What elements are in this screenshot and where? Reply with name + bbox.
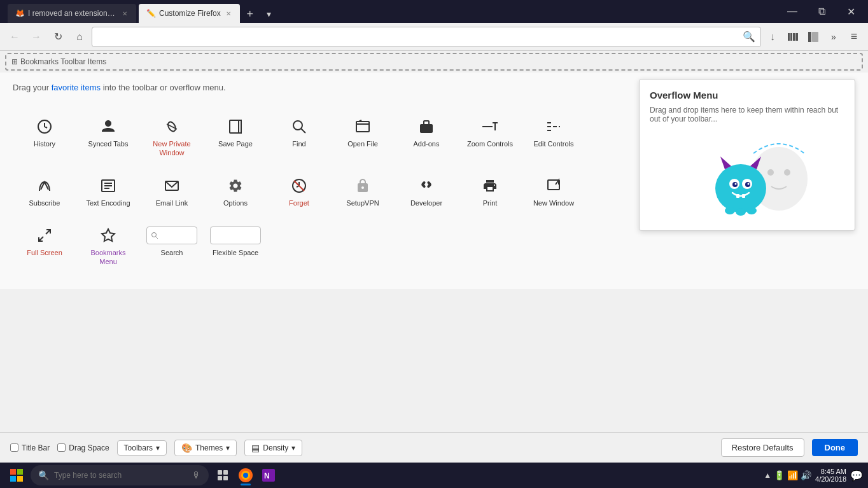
- tab-removed-ext[interactable]: 🦊 I removed an extension from m ✕: [8, 4, 136, 23]
- download-button[interactable]: ↓: [764, 27, 781, 46]
- text-encoding-label: Text Encoding: [86, 199, 130, 207]
- toolbar-item-synced-tabs[interactable]: Synced Tabs: [76, 111, 140, 164]
- tab-favicon-customize: ✏️: [146, 9, 155, 18]
- taskbar-network-icon: 📶: [787, 470, 798, 480]
- bottom-bar: Title Bar Drag Space Toolbars ▾ 🎨 Themes…: [0, 432, 868, 463]
- title-bar-checkbox[interactable]: [10, 443, 18, 452]
- taskbar-clock[interactable]: 8:45 AM 4/20/2018: [815, 468, 846, 483]
- subscribe-icon: [37, 177, 52, 195]
- url-search-icon[interactable]: 🔍: [743, 31, 755, 43]
- toolbar-item-open-file[interactable]: Open File: [331, 111, 395, 164]
- email-link-label: Email Link: [156, 199, 188, 207]
- done-button[interactable]: Done: [812, 439, 858, 456]
- taskbar-up-arrow-icon[interactable]: ▲: [764, 471, 771, 480]
- tab-favicon-removed-ext: 🦊: [15, 9, 24, 18]
- developer-icon: [419, 177, 434, 195]
- toolbar-item-new-window[interactable]: New Window: [522, 171, 585, 214]
- toolbar-item-find[interactable]: Find: [267, 111, 331, 164]
- svg-line-33: [156, 236, 158, 239]
- main-content: Drag your favorite items into the toolba…: [0, 73, 868, 289]
- toolbar-item-setupvpn[interactable]: SetupVPN: [331, 171, 395, 214]
- title-bar: 🦊 I removed an extension from m ✕ ✏️ Cus…: [0, 0, 868, 23]
- find-icon: [291, 118, 307, 136]
- density-icon: ▤: [251, 443, 260, 453]
- tab-close-removed-ext[interactable]: ✕: [121, 9, 129, 18]
- svg-point-50: [746, 207, 757, 214]
- tab-customize[interactable]: ✏️ Customize Firefox ✕: [139, 4, 240, 23]
- toolbar-item-flexible-space[interactable]: Flexible Space: [204, 220, 267, 273]
- taskbar-app-firefox[interactable]: [234, 464, 257, 487]
- svg-rect-58: [223, 476, 228, 480]
- restore-defaults-button[interactable]: Restore Defaults: [721, 438, 804, 457]
- drag-space-checkbox[interactable]: [57, 443, 66, 452]
- tabs-area: 🦊 I removed an extension from m ✕ ✏️ Cus…: [0, 0, 778, 23]
- home-button[interactable]: ⌂: [70, 27, 89, 46]
- toolbar-item-new-private-window[interactable]: New Private Window: [140, 111, 204, 164]
- taskbar-search-input[interactable]: [54, 471, 187, 480]
- taskbar-task-view[interactable]: [211, 464, 234, 487]
- svg-rect-46: [736, 194, 739, 198]
- tab-close-customize[interactable]: ✕: [225, 9, 232, 18]
- toolbar-item-print[interactable]: Print: [458, 171, 522, 214]
- menu-button[interactable]: ≡: [845, 27, 863, 46]
- svg-point-49: [736, 208, 746, 216]
- toolbar-item-zoom-controls[interactable]: Zoom Controls: [458, 111, 522, 164]
- toolbar-item-save-page[interactable]: Save Page: [204, 111, 267, 164]
- svg-point-32: [152, 232, 157, 237]
- density-dropdown[interactable]: ▤ Density ▾: [244, 440, 302, 456]
- toolbar-item-options[interactable]: Options: [204, 171, 267, 214]
- forward-button[interactable]: →: [27, 27, 46, 46]
- toolbar-item-edit-controls[interactable]: Edit Controls: [522, 111, 585, 164]
- taskbar-date-display: 4/20/2018: [815, 475, 846, 483]
- toolbar-item-search[interactable]: Search: [140, 220, 204, 273]
- zoom-controls-label: Zoom Controls: [467, 139, 513, 148]
- svg-rect-12: [356, 122, 369, 132]
- themes-icon: 🎨: [181, 443, 192, 453]
- subscribe-label: Subscribe: [29, 199, 60, 207]
- url-input[interactable]: [97, 32, 743, 41]
- toolbars-dropdown-icon: ▾: [156, 443, 160, 452]
- taskbar-system-icons: ▲ 🔋 📶 🔊: [764, 470, 811, 480]
- overflow-panel: Overflow Menu Drag and drop items here t…: [639, 79, 855, 231]
- title-bar-checkbox-label[interactable]: Title Bar: [10, 443, 50, 452]
- bookmarks-toolbar-wrapper: ⊞ Bookmarks Toolbar Items: [0, 51, 868, 73]
- toolbar-item-history[interactable]: History: [13, 111, 76, 164]
- taskbar-right: ▲ 🔋 📶 🔊 8:45 AM 4/20/2018 💬: [764, 468, 863, 483]
- taskbar-search-bar[interactable]: 🔍 🎙: [31, 465, 209, 485]
- toolbar-item-add-ons[interactable]: Add-ons: [395, 111, 458, 164]
- toolbar-item-subscribe[interactable]: Subscribe: [13, 171, 76, 214]
- toolbars-dropdown[interactable]: Toolbars ▾: [117, 440, 167, 456]
- taskbar-volume-icon[interactable]: 🔊: [801, 470, 811, 480]
- toolbar-item-developer[interactable]: Developer: [395, 171, 458, 214]
- svg-line-30: [39, 237, 43, 241]
- windows-start-button[interactable]: [5, 464, 28, 487]
- minimize-button[interactable]: —: [778, 0, 807, 23]
- library-button[interactable]: [784, 27, 802, 46]
- back-button[interactable]: ←: [5, 27, 24, 46]
- close-button[interactable]: ✕: [836, 0, 865, 23]
- restore-button[interactable]: ⧉: [807, 0, 836, 23]
- themes-dropdown[interactable]: 🎨 Themes ▾: [174, 440, 237, 456]
- reload-button[interactable]: ↻: [48, 27, 67, 46]
- text-encoding-icon: [101, 177, 116, 195]
- sidebar-button[interactable]: [804, 27, 822, 46]
- toolbar-item-forget[interactable]: Forget: [267, 171, 331, 214]
- new-tab-button[interactable]: +: [240, 5, 260, 23]
- taskbar-app-onenote[interactable]: N: [257, 464, 280, 487]
- svg-text:N: N: [264, 471, 270, 480]
- toolbar-item-text-encoding[interactable]: Text Encoding: [76, 171, 140, 214]
- toolbar-item-bookmarks-menu[interactable]: Bookmarks Menu: [76, 220, 140, 273]
- toolbar-item-full-screen[interactable]: Full Screen: [13, 220, 76, 273]
- url-bar: 🔍: [92, 27, 761, 47]
- svg-rect-57: [218, 476, 222, 480]
- drag-space-checkbox-label[interactable]: Drag Space: [57, 443, 109, 452]
- tab-overflow-button[interactable]: ▾: [260, 5, 278, 23]
- toolbar-item-email-link[interactable]: Email Link: [140, 171, 204, 214]
- drag-hint-link[interactable]: favorite items: [52, 83, 101, 92]
- open-file-label: Open File: [347, 139, 378, 148]
- taskbar-notification-icon[interactable]: 💬: [850, 470, 863, 482]
- svg-point-36: [784, 169, 790, 176]
- density-label: Density: [263, 443, 288, 452]
- taskbar-voice-icon[interactable]: 🎙: [192, 470, 201, 480]
- overflow-button[interactable]: »: [825, 27, 843, 46]
